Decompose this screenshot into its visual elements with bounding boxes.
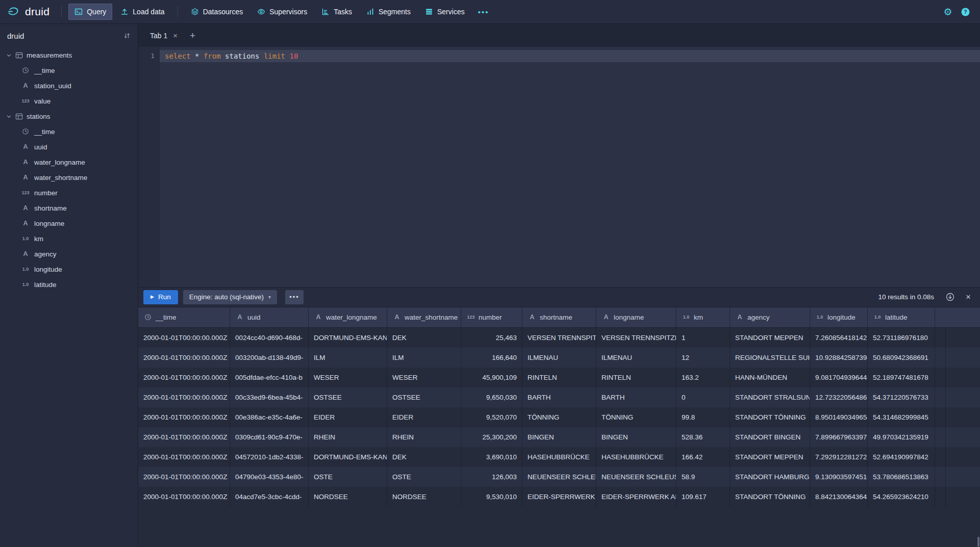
close-tab-icon[interactable]: × xyxy=(173,32,178,39)
cell-agency[interactable]: HANN-MÜNDEN xyxy=(730,368,810,387)
cell-agency[interactable]: STANDORT BINGEN xyxy=(730,427,810,447)
column-header-agency[interactable]: Aagency xyxy=(730,307,810,327)
cell-water_longname[interactable]: EIDER xyxy=(309,407,387,427)
cell-__time[interactable]: 2000-01-01T00:00:00.000Z xyxy=(138,368,230,387)
cell-uuid[interactable]: 003200ab-d138-49d9- xyxy=(230,348,309,368)
cell-agency[interactable]: STANDORT HAMBURG xyxy=(730,467,810,487)
cell-water_shortname[interactable]: NORDSEE xyxy=(387,487,461,507)
cell-longitude[interactable]: 8.8421300643643 xyxy=(810,487,868,507)
tab-tab1[interactable]: Tab 1 × xyxy=(143,24,184,47)
cell-agency[interactable]: STANDORT TÖNNING xyxy=(730,487,810,507)
column-header-__time[interactable]: __time xyxy=(138,307,230,327)
more-icon[interactable]: ••• xyxy=(473,8,494,16)
cell-water_longname[interactable]: NORDSEE xyxy=(309,487,387,507)
cell-number[interactable]: 9,530,010 xyxy=(461,487,522,507)
nav-supervisors[interactable]: Supervisors xyxy=(251,4,313,20)
cell-uuid[interactable]: 0024cc40-d690-468d- xyxy=(230,328,309,348)
cell-shortname[interactable]: ILMENAU xyxy=(522,348,596,368)
cell-uuid[interactable]: 00e386ac-e35c-4a6e- xyxy=(230,407,309,427)
cell-__time[interactable]: 2000-01-01T00:00:00.000Z xyxy=(138,467,230,487)
tree-column-agency[interactable]: Aagency xyxy=(0,246,138,262)
cell-agency[interactable]: REGIONALSTELLE SUH xyxy=(730,348,810,368)
cell-longitude[interactable]: 9.0817049396446 xyxy=(810,368,868,387)
cell-km[interactable]: 12 xyxy=(676,348,730,368)
cell-shortname[interactable]: BINGEN xyxy=(522,427,596,447)
tree-column-uuid[interactable]: Auuid xyxy=(0,139,138,154)
column-header-latitude[interactable]: 1.0latitude xyxy=(868,307,935,327)
cell-km[interactable]: 0 xyxy=(676,387,730,407)
cell-water_shortname[interactable]: EIDER xyxy=(387,407,461,427)
cell-latitude[interactable]: 52.694190997842 xyxy=(868,447,935,467)
nav-services[interactable]: Services xyxy=(419,4,471,20)
cell-km[interactable]: 58.9 xyxy=(676,467,730,487)
nav-datasources[interactable]: Datasources xyxy=(185,4,249,20)
cell-shortname[interactable]: NEUENSEER SCHLEUS xyxy=(522,467,596,487)
cell-number[interactable]: 126,003 xyxy=(461,467,522,487)
cell-water_longname[interactable]: DORTMUND-EMS-KANAL xyxy=(309,447,387,467)
cell-longname[interactable]: EIDER-SPERRWERK AP xyxy=(596,487,676,507)
cell-longitude[interactable]: 8.9501490349654 xyxy=(810,407,868,427)
tree-column-longname[interactable]: Alongname xyxy=(0,216,138,231)
cell-longname[interactable]: HASEHUBBRÜCKE xyxy=(596,447,676,467)
column-header-shortname[interactable]: Ashortname xyxy=(522,307,596,327)
cell-water_longname[interactable]: ILM xyxy=(309,348,387,368)
cell-__time[interactable]: 2000-01-01T00:00:00.000Z xyxy=(138,348,230,368)
cell-agency[interactable]: STANDORT MEPPEN xyxy=(730,447,810,467)
druid-brand[interactable]: druid xyxy=(7,5,49,18)
nav-segments[interactable]: Segments xyxy=(360,4,417,20)
cell-__time[interactable]: 2000-01-01T00:00:00.000Z xyxy=(138,447,230,467)
query-more-button[interactable]: ••• xyxy=(285,290,304,304)
cell-km[interactable]: 528.36 xyxy=(676,427,730,447)
cell-longname[interactable]: BARTH xyxy=(596,387,676,407)
cell-longitude[interactable]: 12.723220564867 xyxy=(810,387,868,407)
tree-column-number[interactable]: 123number xyxy=(0,185,138,200)
cell-water_shortname[interactable]: DEK xyxy=(387,328,461,348)
cell-uuid[interactable]: 00c33ed9-6bea-45b4- xyxy=(230,387,309,407)
tree-column-shortname[interactable]: Ashortname xyxy=(0,200,138,216)
cell-water_longname[interactable]: RHEIN xyxy=(309,427,387,447)
cell-water_longname[interactable]: OSTE xyxy=(309,467,387,487)
cell-latitude[interactable]: 53.780686513863 xyxy=(868,467,935,487)
tree-column-km[interactable]: 1.0km xyxy=(0,231,138,246)
cell-shortname[interactable]: TÖNNING xyxy=(522,407,596,427)
cell-number[interactable]: 166,640 xyxy=(461,348,522,368)
cell-water_shortname[interactable]: OSTSEE xyxy=(387,387,461,407)
cell-water_shortname[interactable]: RHEIN xyxy=(387,427,461,447)
cell-uuid[interactable]: 04acd7e5-3cbc-4cdd- xyxy=(230,487,309,507)
cell-water_longname[interactable]: OSTSEE xyxy=(309,387,387,407)
cell-agency[interactable]: STANDORT STRALSUN xyxy=(730,387,810,407)
cell-__time[interactable]: 2000-01-01T00:00:00.000Z xyxy=(138,407,230,427)
cell-km[interactable]: 109.617 xyxy=(676,487,730,507)
cell-longitude[interactable]: 10.928842587394 xyxy=(810,348,868,368)
add-tab-button[interactable]: + xyxy=(184,31,201,40)
tree-column-__time[interactable]: __time xyxy=(0,124,138,139)
cell-water_shortname[interactable]: WESER xyxy=(387,368,461,387)
cell-longname[interactable]: NEUENSEER SCHLEUS xyxy=(596,467,676,487)
cell-agency[interactable]: STANDORT MEPPEN xyxy=(730,328,810,348)
cell-latitude[interactable]: 50.680942368691 xyxy=(868,348,935,368)
cell-number[interactable]: 45,900,109 xyxy=(461,368,522,387)
tree-column-__time[interactable]: __time xyxy=(0,63,138,78)
cell-water_shortname[interactable]: DEK xyxy=(387,447,461,467)
help-button[interactable]: ? xyxy=(958,4,973,19)
cell-latitude[interactable]: 52.731186976180 xyxy=(868,328,935,348)
cell-__time[interactable]: 2000-01-01T00:00:00.000Z xyxy=(138,328,230,348)
cell-number[interactable]: 25,300,200 xyxy=(461,427,522,447)
cell-number[interactable]: 25,463 xyxy=(461,328,522,348)
cell-latitude[interactable]: 54.371220576733 xyxy=(868,387,935,407)
cell-__time[interactable]: 2000-01-01T00:00:00.000Z xyxy=(138,427,230,447)
code-line[interactable]: select * from stations limit 10 xyxy=(160,50,980,62)
cell-agency[interactable]: STANDORT TÖNNING xyxy=(730,407,810,427)
engine-select[interactable]: Engine: auto (sql-native) ▾ xyxy=(183,290,277,304)
nav-load-data[interactable]: Load data xyxy=(114,4,170,20)
cell-__time[interactable]: 2000-01-01T00:00:00.000Z xyxy=(138,387,230,407)
cell-shortname[interactable]: EIDER-SPERRWERK AP xyxy=(522,487,596,507)
tree-column-latitude[interactable]: 1.0latitude xyxy=(0,277,138,292)
cell-longname[interactable]: RINTELN xyxy=(596,368,676,387)
column-header-number[interactable]: 123number xyxy=(461,307,522,327)
column-header-water_longname[interactable]: Awater_longname xyxy=(309,307,387,327)
cell-water_longname[interactable]: DORTMUND-EMS-KANAL xyxy=(309,328,387,348)
nav-tasks[interactable]: Tasks xyxy=(315,4,358,20)
cell-km[interactable]: 166.42 xyxy=(676,447,730,467)
cell-longitude[interactable]: 7.8996679633973 xyxy=(810,427,868,447)
